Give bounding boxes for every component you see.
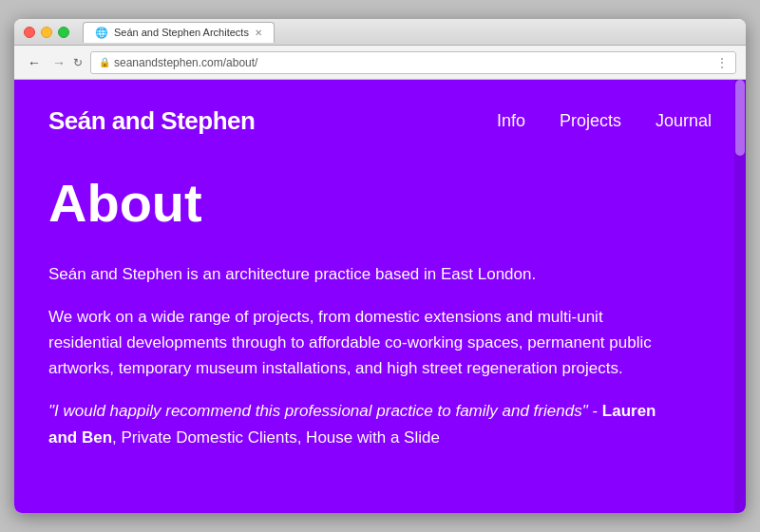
nav-journal[interactable]: Journal <box>656 111 712 131</box>
site-body: Seán and Stephen is an architecture prac… <box>48 261 712 450</box>
address-bar: ← → ↻ 🔒 seanandstephen.com/about/ ⋮ <box>14 46 746 80</box>
paragraph-2: We work on a wide range of projects, fro… <box>48 304 656 382</box>
nav-projects[interactable]: Projects <box>560 111 621 131</box>
minimize-button[interactable] <box>41 27 52 38</box>
site-content: Seán and Stephen Info Projects Journal A… <box>14 80 746 513</box>
browser-tab[interactable]: 🌐 Seán and Stephen Architects ✕ <box>83 22 275 43</box>
lock-icon: 🔒 <box>99 57 110 67</box>
paragraph-1: Seán and Stephen is an architecture prac… <box>48 261 656 287</box>
tab-close-icon[interactable]: ✕ <box>255 28 262 38</box>
scrollbar-track[interactable] <box>734 80 746 513</box>
site-nav-links: Info Projects Journal <box>497 111 712 131</box>
nav-buttons: ← → ↻ <box>24 53 83 72</box>
quote-suffix: , Private Domestic Clients, House with a… <box>112 428 440 446</box>
page-title: About <box>48 174 712 233</box>
quote-paragraph: "I would happily recommend this professi… <box>48 398 656 449</box>
url-text: seanandstephen.com/about/ <box>114 56 257 69</box>
site-nav: Seán and Stephen Info Projects Journal <box>14 80 746 155</box>
quote-text: "I would happily recommend this professi… <box>48 402 588 420</box>
tab-area: 🌐 Seán and Stephen Architects ✕ <box>83 22 736 43</box>
maximize-button[interactable] <box>58 27 69 38</box>
url-field[interactable]: 🔒 seanandstephen.com/about/ ⋮ <box>90 51 736 74</box>
browser-window: 🌐 Seán and Stephen Architects ✕ ← → ↻ 🔒 … <box>14 19 746 513</box>
site-main: About Seán and Stephen is an architectur… <box>14 155 746 502</box>
extension-icon: ⋮ <box>716 56 728 69</box>
back-button[interactable]: ← <box>24 53 45 72</box>
title-bar: 🌐 Seán and Stephen Architects ✕ <box>14 19 746 46</box>
site-logo[interactable]: Seán and Stephen <box>48 106 255 136</box>
nav-info[interactable]: Info <box>497 111 525 131</box>
close-button[interactable] <box>24 27 35 38</box>
tab-icon: 🌐 <box>95 27 108 39</box>
scrollbar-thumb[interactable] <box>735 80 745 156</box>
tab-title: Seán and Stephen Architects <box>114 27 249 38</box>
reload-button[interactable]: ↻ <box>73 56 83 69</box>
forward-button[interactable]: → <box>48 53 69 72</box>
